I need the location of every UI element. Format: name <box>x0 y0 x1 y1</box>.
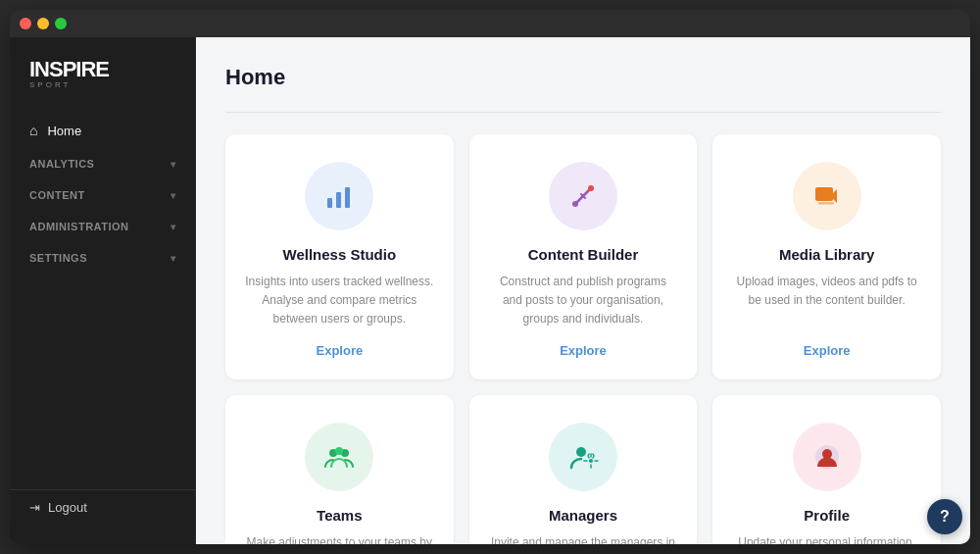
svg-rect-7 <box>818 202 834 205</box>
close-button[interactable] <box>20 18 31 29</box>
app-layout: INSPIRE SPORT ⌂ Home ANALYTICS ▾ CONTENT… <box>10 37 970 544</box>
content-builder-desc: Construct and publish programs and posts… <box>489 273 678 329</box>
maximize-button[interactable] <box>55 18 67 29</box>
titlebar <box>10 10 970 37</box>
wellness-studio-title: Wellness Studio <box>283 246 397 263</box>
card-content-builder: Content Builder Construct and publish pr… <box>469 134 698 379</box>
help-button[interactable]: ? <box>927 499 962 534</box>
settings-chevron: ▾ <box>171 253 176 264</box>
manager-icon <box>567 441 599 473</box>
card-managers: Managers Invite and manage the managers … <box>469 395 698 544</box>
card-wellness-studio: Wellness Studio Insights into users trac… <box>225 134 454 379</box>
team-icon <box>323 441 355 473</box>
logo: INSPIRE SPORT <box>10 57 195 113</box>
media-library-explore[interactable]: Explore <box>804 343 851 358</box>
chart-icon <box>323 180 355 212</box>
profile-title: Profile <box>804 507 850 524</box>
card-profile: Profile Update your personal information… <box>712 395 941 544</box>
sidebar-section-content[interactable]: CONTENT ▾ <box>10 179 195 211</box>
app-window: INSPIRE SPORT ⌂ Home ANALYTICS ▾ CONTENT… <box>10 10 970 544</box>
content-builder-title: Content Builder <box>528 246 639 263</box>
sidebar: INSPIRE SPORT ⌂ Home ANALYTICS ▾ CONTENT… <box>10 37 196 544</box>
svg-rect-2 <box>345 187 350 208</box>
svg-rect-1 <box>336 192 341 208</box>
card-media-library: Media Library Upload images, videos and … <box>712 134 941 379</box>
logout-button[interactable]: ⇥ Logout <box>10 489 195 525</box>
svg-marker-6 <box>833 189 837 203</box>
media-library-desc: Upload images, videos and pdfs to be use… <box>732 273 921 329</box>
analytics-label: ANALYTICS <box>29 158 94 170</box>
page-title: Home <box>225 65 941 90</box>
logout-label: Logout <box>48 500 87 515</box>
administration-label: ADMINISTRATION <box>29 221 129 232</box>
administration-chevron: ▾ <box>171 222 176 232</box>
svg-rect-0 <box>327 198 332 208</box>
svg-point-3 <box>572 201 578 207</box>
svg-point-12 <box>589 459 593 463</box>
teams-title: Teams <box>317 507 362 524</box>
card-teams: Teams Make adjustments to your teams by … <box>225 395 454 544</box>
sidebar-section-settings[interactable]: SETTINGS ▾ <box>10 242 195 274</box>
managers-title: Managers <box>549 507 617 524</box>
wellness-studio-explore[interactable]: Explore <box>316 343 363 358</box>
sidebar-section-analytics[interactable]: ANALYTICS ▾ <box>10 148 195 179</box>
tools-icon <box>567 180 599 212</box>
main-content: Home Wellness Studio Insights into users… <box>196 37 970 544</box>
media-library-title: Media Library <box>779 246 875 263</box>
teams-desc: Make adjustments to your teams by adding… <box>245 533 434 544</box>
sidebar-item-home[interactable]: ⌂ Home <box>10 113 195 148</box>
managers-icon-circle <box>549 423 617 491</box>
divider <box>225 112 941 113</box>
sidebar-item-home-label: Home <box>47 124 81 138</box>
video-icon <box>811 180 843 212</box>
minimize-button[interactable] <box>37 18 49 29</box>
content-builder-icon-circle <box>549 162 617 230</box>
svg-point-11 <box>576 447 586 457</box>
svg-rect-5 <box>815 187 833 201</box>
profile-icon-circle <box>793 423 861 491</box>
cards-grid: Wellness Studio Insights into users trac… <box>225 134 941 544</box>
media-library-icon-circle <box>793 162 861 230</box>
analytics-chevron: ▾ <box>171 159 176 170</box>
svg-point-4 <box>588 185 594 191</box>
wellness-studio-desc: Insights into users tracked wellness. An… <box>245 273 434 329</box>
content-label: CONTENT <box>29 189 85 201</box>
home-icon: ⌂ <box>29 123 37 138</box>
settings-label: SETTINGS <box>29 252 87 264</box>
profile-desc: Update your personal information. <box>738 533 915 544</box>
wellness-studio-icon-circle <box>305 162 373 230</box>
sidebar-section-administration[interactable]: ADMINISTRATION ▾ <box>10 211 195 242</box>
logout-icon: ⇥ <box>29 500 40 515</box>
managers-desc: Invite and manage the managers in your o… <box>489 533 678 544</box>
logo-text: INSPIRE <box>29 57 175 82</box>
svg-point-10 <box>335 447 343 455</box>
profile-icon <box>811 441 843 473</box>
content-builder-explore[interactable]: Explore <box>560 343 607 358</box>
teams-icon-circle <box>305 423 373 491</box>
content-chevron: ▾ <box>171 190 176 201</box>
